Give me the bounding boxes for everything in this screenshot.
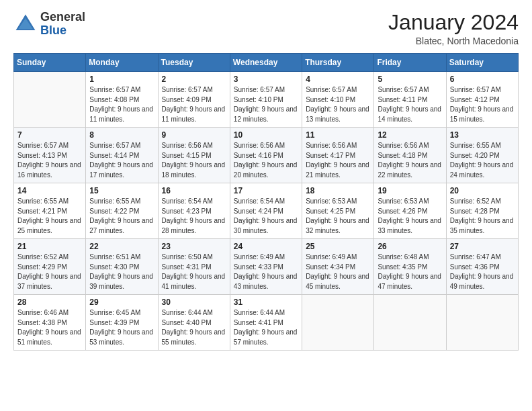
day-number: 12 bbox=[378, 130, 442, 140]
calendar-cell: 10Sunrise: 6:56 AM Sunset: 4:16 PM Dayli… bbox=[230, 128, 302, 183]
day-number: 17 bbox=[234, 186, 298, 195]
day-info: Sunrise: 6:53 AM Sunset: 4:26 PM Dayligh… bbox=[378, 197, 442, 236]
calendar-week-3: 14Sunrise: 6:55 AM Sunset: 4:21 PM Dayli… bbox=[14, 183, 519, 239]
day-number: 2 bbox=[162, 75, 226, 84]
day-info: Sunrise: 6:44 AM Sunset: 4:41 PM Dayligh… bbox=[234, 308, 298, 347]
day-number: 26 bbox=[378, 242, 442, 251]
day-info: Sunrise: 6:57 AM Sunset: 4:13 PM Dayligh… bbox=[17, 141, 82, 180]
day-number: 13 bbox=[450, 130, 515, 140]
col-sunday: Sunday bbox=[14, 54, 86, 72]
month-title: January 2024 bbox=[388, 11, 519, 34]
day-info: Sunrise: 6:44 AM Sunset: 4:40 PM Dayligh… bbox=[162, 308, 226, 347]
day-info: Sunrise: 6:57 AM Sunset: 4:12 PM Dayligh… bbox=[450, 85, 515, 124]
day-info: Sunrise: 6:54 AM Sunset: 4:24 PM Dayligh… bbox=[234, 197, 298, 236]
calendar-cell bbox=[374, 295, 446, 351]
logo-text: General Blue bbox=[40, 11, 85, 38]
day-info: Sunrise: 6:56 AM Sunset: 4:18 PM Dayligh… bbox=[378, 141, 442, 180]
calendar-cell: 21Sunrise: 6:52 AM Sunset: 4:29 PM Dayli… bbox=[14, 239, 86, 295]
day-number: 20 bbox=[450, 186, 515, 195]
calendar-cell: 12Sunrise: 6:56 AM Sunset: 4:18 PM Dayli… bbox=[374, 128, 446, 183]
logo-icon bbox=[13, 12, 38, 36]
day-info: Sunrise: 6:57 AM Sunset: 4:11 PM Dayligh… bbox=[378, 85, 442, 124]
day-number: 19 bbox=[378, 186, 442, 195]
day-number: 25 bbox=[306, 242, 370, 251]
calendar-cell: 8Sunrise: 6:57 AM Sunset: 4:14 PM Daylig… bbox=[86, 128, 158, 183]
day-number: 31 bbox=[234, 298, 298, 307]
day-number: 29 bbox=[89, 298, 154, 307]
day-number: 8 bbox=[89, 130, 154, 140]
header: General Blue January 2024 Blatec, North … bbox=[13, 11, 519, 46]
page: General Blue January 2024 Blatec, North … bbox=[0, 0, 532, 411]
day-number: 7 bbox=[17, 130, 82, 140]
day-info: Sunrise: 6:48 AM Sunset: 4:35 PM Dayligh… bbox=[378, 253, 442, 291]
calendar-cell: 24Sunrise: 6:49 AM Sunset: 4:33 PM Dayli… bbox=[230, 239, 302, 295]
calendar-cell: 3Sunrise: 6:57 AM Sunset: 4:10 PM Daylig… bbox=[230, 72, 302, 128]
day-info: Sunrise: 6:45 AM Sunset: 4:39 PM Dayligh… bbox=[89, 308, 154, 347]
location-subtitle: Blatec, North Macedonia bbox=[388, 36, 519, 46]
calendar-cell: 22Sunrise: 6:51 AM Sunset: 4:30 PM Dayli… bbox=[86, 239, 158, 295]
calendar-cell bbox=[302, 295, 374, 351]
day-info: Sunrise: 6:50 AM Sunset: 4:31 PM Dayligh… bbox=[162, 253, 226, 291]
day-info: Sunrise: 6:49 AM Sunset: 4:33 PM Dayligh… bbox=[234, 253, 298, 291]
day-info: Sunrise: 6:55 AM Sunset: 4:21 PM Dayligh… bbox=[17, 197, 82, 236]
calendar-cell: 28Sunrise: 6:46 AM Sunset: 4:38 PM Dayli… bbox=[14, 295, 86, 351]
day-number: 11 bbox=[306, 130, 370, 140]
calendar-cell: 18Sunrise: 6:53 AM Sunset: 4:25 PM Dayli… bbox=[302, 183, 374, 239]
day-info: Sunrise: 6:46 AM Sunset: 4:38 PM Dayligh… bbox=[17, 308, 82, 347]
col-saturday: Saturday bbox=[446, 54, 518, 72]
day-number: 4 bbox=[306, 75, 370, 84]
day-number: 15 bbox=[89, 186, 154, 195]
header-row: Sunday Monday Tuesday Wednesday Thursday… bbox=[14, 54, 519, 72]
day-info: Sunrise: 6:52 AM Sunset: 4:28 PM Dayligh… bbox=[450, 197, 515, 236]
calendar-cell: 7Sunrise: 6:57 AM Sunset: 4:13 PM Daylig… bbox=[14, 128, 86, 183]
title-block: January 2024 Blatec, North Macedonia bbox=[388, 11, 519, 46]
calendar-cell: 15Sunrise: 6:55 AM Sunset: 4:22 PM Dayli… bbox=[86, 183, 158, 239]
calendar-cell: 23Sunrise: 6:50 AM Sunset: 4:31 PM Dayli… bbox=[158, 239, 230, 295]
calendar-cell: 4Sunrise: 6:57 AM Sunset: 4:10 PM Daylig… bbox=[302, 72, 374, 128]
day-info: Sunrise: 6:57 AM Sunset: 4:10 PM Dayligh… bbox=[306, 85, 370, 124]
day-info: Sunrise: 6:51 AM Sunset: 4:30 PM Dayligh… bbox=[89, 253, 154, 291]
calendar-cell: 2Sunrise: 6:57 AM Sunset: 4:09 PM Daylig… bbox=[158, 72, 230, 128]
day-number: 24 bbox=[234, 242, 298, 251]
calendar-cell: 14Sunrise: 6:55 AM Sunset: 4:21 PM Dayli… bbox=[14, 183, 86, 239]
day-info: Sunrise: 6:57 AM Sunset: 4:10 PM Dayligh… bbox=[234, 85, 298, 124]
day-number: 5 bbox=[378, 75, 442, 84]
day-number: 23 bbox=[162, 242, 226, 251]
day-info: Sunrise: 6:53 AM Sunset: 4:25 PM Dayligh… bbox=[306, 197, 370, 236]
calendar-cell: 5Sunrise: 6:57 AM Sunset: 4:11 PM Daylig… bbox=[374, 72, 446, 128]
calendar-week-5: 28Sunrise: 6:46 AM Sunset: 4:38 PM Dayli… bbox=[14, 295, 519, 351]
day-info: Sunrise: 6:57 AM Sunset: 4:08 PM Dayligh… bbox=[89, 85, 154, 124]
day-number: 21 bbox=[17, 242, 82, 251]
day-info: Sunrise: 6:56 AM Sunset: 4:17 PM Dayligh… bbox=[306, 141, 370, 180]
day-number: 27 bbox=[450, 242, 515, 251]
calendar-cell bbox=[446, 295, 518, 351]
calendar-cell: 11Sunrise: 6:56 AM Sunset: 4:17 PM Dayli… bbox=[302, 128, 374, 183]
day-info: Sunrise: 6:56 AM Sunset: 4:15 PM Dayligh… bbox=[162, 141, 226, 180]
col-thursday: Thursday bbox=[302, 54, 374, 72]
calendar-cell: 1Sunrise: 6:57 AM Sunset: 4:08 PM Daylig… bbox=[86, 72, 158, 128]
day-info: Sunrise: 6:55 AM Sunset: 4:20 PM Dayligh… bbox=[450, 141, 515, 180]
calendar-cell: 16Sunrise: 6:54 AM Sunset: 4:23 PM Dayli… bbox=[158, 183, 230, 239]
calendar-table: Sunday Monday Tuesday Wednesday Thursday… bbox=[13, 53, 519, 351]
day-number: 22 bbox=[89, 242, 154, 251]
calendar-cell: 20Sunrise: 6:52 AM Sunset: 4:28 PM Dayli… bbox=[446, 183, 518, 239]
day-number: 28 bbox=[17, 298, 82, 307]
calendar-cell bbox=[14, 72, 86, 128]
day-info: Sunrise: 6:57 AM Sunset: 4:14 PM Dayligh… bbox=[89, 141, 154, 180]
day-info: Sunrise: 6:52 AM Sunset: 4:29 PM Dayligh… bbox=[17, 253, 82, 291]
calendar-cell: 19Sunrise: 6:53 AM Sunset: 4:26 PM Dayli… bbox=[374, 183, 446, 239]
day-number: 18 bbox=[306, 186, 370, 195]
calendar-cell: 6Sunrise: 6:57 AM Sunset: 4:12 PM Daylig… bbox=[446, 72, 518, 128]
calendar-cell: 27Sunrise: 6:47 AM Sunset: 4:36 PM Dayli… bbox=[446, 239, 518, 295]
day-number: 16 bbox=[162, 186, 226, 195]
calendar-week-1: 1Sunrise: 6:57 AM Sunset: 4:08 PM Daylig… bbox=[14, 72, 519, 128]
col-monday: Monday bbox=[86, 54, 158, 72]
calendar-cell: 29Sunrise: 6:45 AM Sunset: 4:39 PM Dayli… bbox=[86, 295, 158, 351]
calendar-cell: 31Sunrise: 6:44 AM Sunset: 4:41 PM Dayli… bbox=[230, 295, 302, 351]
day-number: 1 bbox=[89, 75, 154, 84]
day-info: Sunrise: 6:55 AM Sunset: 4:22 PM Dayligh… bbox=[89, 197, 154, 236]
calendar-cell: 30Sunrise: 6:44 AM Sunset: 4:40 PM Dayli… bbox=[158, 295, 230, 351]
calendar-cell: 26Sunrise: 6:48 AM Sunset: 4:35 PM Dayli… bbox=[374, 239, 446, 295]
calendar-cell: 25Sunrise: 6:49 AM Sunset: 4:34 PM Dayli… bbox=[302, 239, 374, 295]
day-number: 3 bbox=[234, 75, 298, 84]
